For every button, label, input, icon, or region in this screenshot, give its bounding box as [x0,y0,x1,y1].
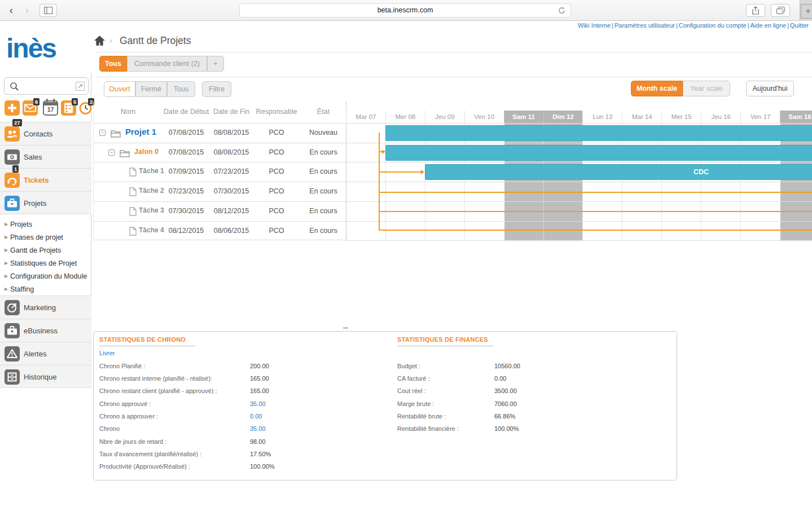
gantt-bar-jalon0[interactable] [385,145,812,161]
sidebar-sub-phases[interactable]: ▶Phases de projet [0,232,91,245]
table-row-tache4[interactable]: Tâche 4 08/12/2015 08/06/2015 PCO En cou… [94,221,346,241]
link-aide-en-ligne[interactable]: Aide en ligne [750,22,787,29]
home-icon[interactable] [94,35,106,46]
livrer-link[interactable]: Livrer [99,350,115,356]
collapse-toggle[interactable]: − [99,130,106,136]
sidebar-item-contacts[interactable]: 27 Contacts [0,122,91,145]
link-configuration-compte[interactable]: Configuration du compte [679,22,747,29]
dependency-line [379,211,812,212]
svg-text:S: S [11,156,13,159]
day-header: Ven 10 [464,111,504,123]
sidebar-sub-configuration[interactable]: ▶Configuration du Module [0,271,91,284]
filter-ouvert-button[interactable]: Ouvert [104,81,135,97]
sidebar-sub-projets[interactable]: ▶Projets [0,219,91,232]
col-header-date-fin[interactable]: Date de Fin [210,102,253,123]
bullet-icon: ▶ [5,222,8,227]
filtre-button[interactable]: Filtre [202,81,231,97]
dependency-line [379,192,812,193]
stat-value: 100.00% [494,425,519,432]
marketing-icon [5,300,20,315]
finances-section-title: STATISTIQUES DE FINANCES [397,336,488,343]
table-row-projet1[interactable]: − Projet 1 07/08/2015 08/08/2015 PCO Nou… [94,123,346,143]
forward-button[interactable]: › [20,3,34,17]
link-wiki-interne[interactable]: Wiki Interne [578,22,611,29]
sidebar-sub-staffing[interactable]: ▶Staffing [0,284,91,297]
stat-value: 3500.00 [494,387,517,394]
year-scale-button[interactable]: Year scale [683,81,730,96]
filter-ferme-button[interactable]: Fermé [135,81,167,97]
day-header-weekend: Sam 11 [504,111,543,123]
projets-icon [5,196,20,211]
stat-value: 98.00 [250,438,266,445]
dependency-line [379,133,380,231]
share-icon [752,6,759,15]
link-quitter[interactable]: Quitter [790,22,809,29]
document-icon [129,167,137,177]
tickets-icon [5,173,20,188]
col-header-responsable[interactable]: Responsable [253,102,300,123]
new-tab-button[interactable]: + [801,4,812,19]
tab-add[interactable]: + [207,56,224,72]
dependency-line [379,230,812,231]
stat-value-link[interactable]: 0.00 [250,413,262,420]
sidebar-item-ebusiness[interactable]: eBusiness [0,319,91,342]
splitter-handle[interactable] [343,327,348,329]
today-button[interactable]: Aujourd'hui [746,81,794,96]
link-parametres-utilisateur[interactable]: Paramètres utilisateur [615,22,675,29]
day-header: Jeu 09 [425,111,464,123]
sidebar-toggle-icon [44,7,52,14]
day-header: Mer 15 [661,111,701,123]
day-header: Ven 17 [740,111,780,123]
table-row-jalon0[interactable]: − Jalon 0 07/08/2015 08/08/2015 PCO En c… [94,143,346,162]
reload-icon[interactable] [558,6,566,15]
divider [397,346,493,346]
quick-actions-bar: 6 17 5 2 [3,100,91,117]
sidebar-toggle-button[interactable] [39,4,57,17]
sidebar-item-sales[interactable]: S Sales [0,145,91,168]
sidebar-sub-statistiques[interactable]: ▶Statistiques de Projet [0,258,91,271]
back-button[interactable]: ‹ [5,3,18,17]
stat-value-link[interactable]: 35.00 [250,425,266,432]
table-row-tache3[interactable]: Tâche 3 07/30/2015 08/12/2015 PCO En cou… [94,201,346,221]
sales-icon: S [5,149,20,165]
tab-commande-client[interactable]: Commande client (2) [127,56,207,72]
sidebar-item-historique[interactable]: Historique [0,365,91,388]
sidebar-sub-gantt[interactable]: ▶Gantt de Projets [0,245,91,258]
table-row-tache1[interactable]: Tâche 1 07/09/2015 07/23/2015 PCO En cou… [94,162,346,182]
sidebar-item-tickets[interactable]: 1 Tickets [0,168,91,191]
ines-logo[interactable]: inès [6,33,56,64]
search-expand-icon[interactable] [76,82,85,91]
calendar-icon[interactable]: 17 [43,100,58,116]
folder-icon [120,149,131,157]
col-header-nom[interactable]: Nom [94,102,163,123]
day-header: Mar 14 [622,111,661,123]
contacts-badge: 27 [12,119,22,126]
url-bar[interactable]: beta.inescrm.com [239,3,571,17]
col-header-etat[interactable]: État [300,102,346,123]
tabs-overview-button[interactable] [771,4,790,17]
month-scale-button[interactable]: Month scale [631,81,683,96]
bullet-icon: ▶ [5,235,8,240]
sidebar-item-marketing[interactable]: Marketing [0,296,91,319]
gantt-table: Nom Date de Début Date de Fin Responsabl… [93,102,346,241]
tab-tous[interactable]: Tous [99,56,127,72]
share-button[interactable] [746,4,765,17]
stat-value: 100.00% [250,463,274,470]
day-header: Mar 07 [346,111,385,123]
gantt-bar-projet1[interactable] [385,125,812,141]
table-row-tache2[interactable]: Tâche 2 07/23/2015 07/30/2015 PCO En cou… [94,182,346,201]
search-icon [10,82,19,91]
contacts-icon [5,126,20,142]
sidebar-item-projets[interactable]: Projets [0,191,91,214]
search-input[interactable] [4,77,89,95]
divider [96,77,812,77]
dependency-line [379,171,422,173]
gantt-bar-tache1[interactable]: CDC [425,164,812,180]
collapse-toggle[interactable]: − [108,149,115,156]
stats-panel: STATISTIQUES DE CHRONO Livrer Chrono Pla… [93,331,677,480]
add-button[interactable] [5,100,20,116]
stat-value-link[interactable]: 35.00 [250,400,266,407]
col-header-date-debut[interactable]: Date de Début [163,102,210,123]
sidebar-item-alertes[interactable]: Alertes [0,342,91,365]
filter-tous-button[interactable]: Tous [167,81,195,97]
